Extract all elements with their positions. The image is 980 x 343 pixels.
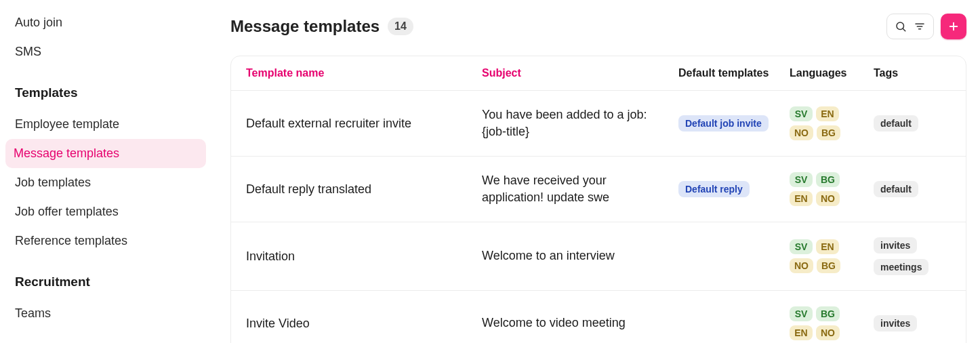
svg-line-1 [903, 28, 905, 31]
sidebar-section-templates: Templates [14, 66, 203, 110]
sidebar: Auto join SMS Templates Employee templat… [0, 0, 210, 343]
col-header-subject[interactable]: Subject [482, 67, 521, 79]
sidebar-item-job-templates[interactable]: Job templates [14, 168, 203, 197]
language-badge: NO [816, 325, 840, 340]
language-badge: BG [816, 306, 840, 321]
col-header-languages[interactable]: Languages [790, 67, 846, 79]
tag-pill: default [874, 115, 918, 132]
col-header-tags[interactable]: Tags [874, 67, 898, 79]
language-badge: EN [790, 325, 813, 340]
cell-template-name: Default external recruiter invite [246, 117, 411, 130]
language-badge: BG [817, 125, 840, 140]
add-button[interactable] [941, 14, 966, 39]
default-template-pill: Default reply [678, 181, 750, 197]
col-header-name[interactable]: Template name [246, 67, 324, 79]
language-badge: EN [816, 106, 839, 121]
language-badge: NO [790, 125, 813, 140]
tag-pill: invites [874, 315, 917, 331]
svg-point-0 [897, 22, 904, 30]
language-badge: EN [790, 191, 813, 206]
cell-template-name: Default reply translated [246, 182, 371, 196]
cell-subject: We have received your application! updat… [482, 174, 609, 204]
language-badge: SV [790, 106, 813, 121]
language-badge: BG [816, 172, 840, 187]
page-title: Message templates [230, 17, 380, 36]
table-row[interactable]: Invite Video Welcome to video meeting SV… [231, 291, 966, 343]
table-row[interactable]: Invitation Welcome to an interview SVEN … [231, 222, 966, 291]
count-badge: 14 [388, 18, 413, 35]
language-badge: NO [816, 191, 840, 206]
sidebar-item-job-offer-templates[interactable]: Job offer templates [14, 197, 203, 226]
main-content: Message templates 14 [210, 0, 980, 343]
language-badge: BG [817, 258, 840, 273]
language-badge: SV [790, 172, 813, 187]
language-badge: SV [790, 239, 813, 254]
tag-pill: invites [874, 237, 917, 254]
filter-button[interactable] [910, 17, 929, 36]
language-badge: NO [790, 258, 813, 273]
tag-pill: default [874, 181, 918, 197]
sidebar-item-reference-templates[interactable]: Reference templates [14, 226, 203, 256]
cell-subject: Welcome to an interview [482, 249, 615, 262]
search-filter-pill [886, 14, 934, 39]
sidebar-section-recruitment: Recruitment [14, 256, 203, 299]
col-header-default[interactable]: Default templates [678, 67, 769, 79]
language-badge: EN [816, 239, 839, 254]
templates-table: Template name Subject Default templates … [230, 56, 966, 343]
cell-template-name: Invite Video [246, 317, 310, 330]
search-icon [895, 20, 907, 33]
table-header-row: Template name Subject Default templates … [231, 56, 966, 91]
table-row[interactable]: Default reply translated We have receive… [231, 157, 966, 222]
default-template-pill: Default job invite [678, 115, 769, 132]
cell-subject: Welcome to video meeting [482, 316, 626, 329]
page-header: Message templates 14 [230, 14, 966, 39]
cell-subject: You have been added to a job: {job-title… [482, 108, 647, 138]
sidebar-item-sms[interactable]: SMS [14, 37, 203, 66]
language-badge: SV [790, 306, 813, 321]
filter-icon [914, 20, 926, 33]
sidebar-item-teams[interactable]: Teams [14, 299, 203, 328]
tag-pill: meetings [874, 259, 928, 275]
sidebar-item-message-templates[interactable]: Message templates [5, 139, 206, 168]
cell-template-name: Invitation [246, 249, 295, 263]
plus-icon [947, 20, 960, 33]
sidebar-item-employee-template[interactable]: Employee template [14, 110, 203, 139]
search-button[interactable] [891, 17, 910, 36]
table-row[interactable]: Default external recruiter invite You ha… [231, 91, 966, 157]
sidebar-item-auto-join[interactable]: Auto join [14, 8, 203, 37]
